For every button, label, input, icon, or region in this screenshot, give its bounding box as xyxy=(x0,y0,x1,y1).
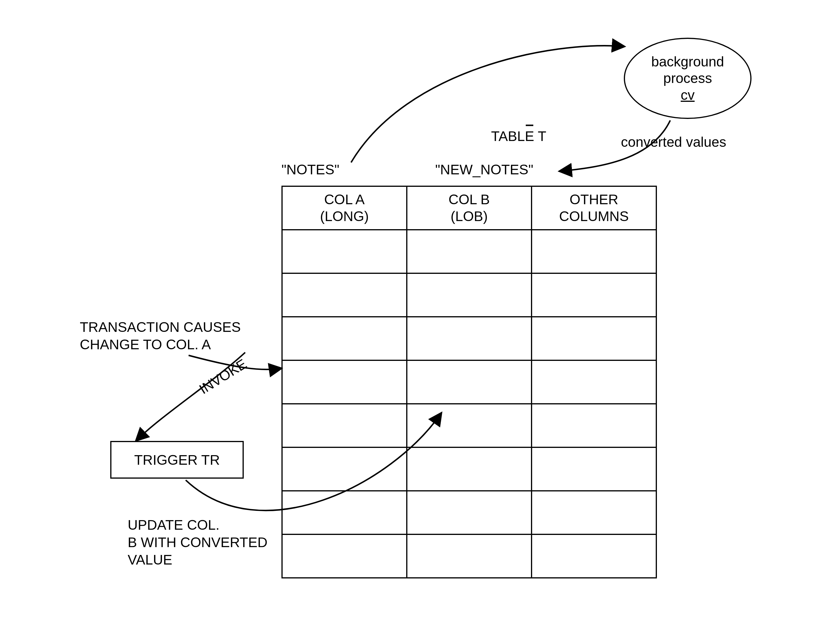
header-col-b: COL B (LOB) xyxy=(407,186,532,230)
table-row xyxy=(282,273,656,317)
trigger-box: TRIGGER TR xyxy=(110,441,244,478)
invoke-label: INVOKE xyxy=(196,356,249,397)
arrow-transaction-to-cola xyxy=(189,355,281,370)
diagram-stage: TABLE T "NOTES" "NEW_NOTES" COL A (LONG)… xyxy=(0,0,813,644)
table-t: COL A (LONG) COL B (LOB) OTHER COLUMNS xyxy=(281,186,657,578)
background-process-ellipse: background process cv xyxy=(624,38,752,119)
header-col-a: COL A (LONG) xyxy=(282,186,407,230)
table-row xyxy=(282,360,656,404)
table-row xyxy=(282,447,656,491)
update-text: UPDATE COL. B WITH CONVERTED VALUE xyxy=(128,516,267,569)
bg-process-line2: process xyxy=(663,70,712,87)
notes-label: "NOTES" xyxy=(281,161,339,178)
arrow-invoke xyxy=(137,353,245,440)
table-row xyxy=(282,317,656,360)
table-row xyxy=(282,534,656,578)
bg-process-line1: background xyxy=(651,54,724,70)
header-col-c: OTHER COLUMNS xyxy=(532,186,656,230)
transaction-text: TRANSACTION CAUSES CHANGE TO COL. A xyxy=(80,319,241,353)
new-notes-label: "NEW_NOTES" xyxy=(435,161,533,178)
table-row xyxy=(282,230,656,273)
table-row xyxy=(282,404,656,447)
converted-values-label: converted values xyxy=(621,133,726,151)
bg-process-cv: cv xyxy=(681,87,695,104)
table-row xyxy=(282,491,656,534)
